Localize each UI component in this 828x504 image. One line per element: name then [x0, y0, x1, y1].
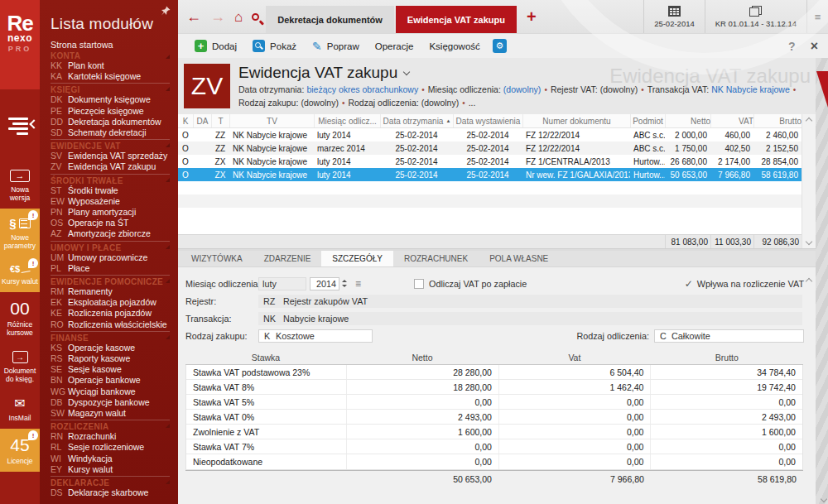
sidebar-item-sd[interactable]: SD Schematy dekretacji — [51, 127, 178, 138]
grid-column-header[interactable]: T — [211, 114, 229, 127]
sidebar-item-rm[interactable]: RM Remanenty — [51, 286, 178, 297]
grid-column-header[interactable]: Data wystawienia — [453, 114, 522, 127]
sidebar-item-bn[interactable]: BN Operacje bankowe — [51, 375, 178, 386]
grid-cell[interactable]: ABC s.c... — [630, 142, 665, 155]
home-icon[interactable]: ⌂ — [234, 10, 243, 24]
purchase-type-field[interactable]: K Kosztowe — [258, 329, 373, 343]
sidebar-item-ks[interactable]: KS Operacje kasowe — [51, 343, 178, 353]
filter-value[interactable]: bieżący okres obrachunkowy — [306, 84, 418, 94]
add-button[interactable]: + Dodaj — [188, 37, 243, 55]
month-input[interactable]: luty — [258, 277, 306, 290]
grid-cell[interactable]: 25-02-2014 — [380, 128, 453, 142]
modules-menu-button[interactable] — [0, 89, 40, 162]
grid-cell[interactable]: O — [178, 155, 193, 168]
sidebar-item-rs[interactable]: RS Raporty kasowe — [51, 353, 178, 364]
grid-cell[interactable]: marzec 2014 — [314, 142, 380, 155]
grid-cell[interactable]: 2 460,00 — [753, 128, 802, 142]
grid-cell[interactable]: 25-02-2014 — [453, 155, 522, 168]
grid-cell[interactable] — [193, 155, 211, 168]
document-tab[interactable]: Ewidencja VAT zakupu — [396, 6, 517, 33]
detail-tab-3[interactable]: SZCZEGÓŁY — [321, 251, 393, 266]
view-title-dropdown[interactable]: Ewidencja VAT zakupu — [238, 64, 799, 82]
grid-cell[interactable]: NK Nabycie krajowe — [229, 168, 314, 181]
detail-tab-1[interactable]: WIZYTÓWKA — [181, 251, 253, 266]
close-button[interactable]: × — [811, 39, 818, 54]
pin-icon[interactable] — [161, 6, 171, 16]
sidebar-item-ke[interactable]: KE Rozliczenia pojazdów — [51, 308, 178, 319]
grid-scrollbar[interactable] — [802, 114, 816, 248]
document-tab[interactable]: Dekretacja dokumentów — [266, 6, 394, 33]
year-input[interactable]: 2014 — [310, 277, 339, 290]
grid-cell[interactable]: 26 680,00 — [665, 155, 710, 168]
grid-cell[interactable]: Nr wew. FZ 1/GALAXIA/2013 — [522, 168, 630, 181]
grid-cell[interactable]: O — [178, 142, 193, 155]
grid-row[interactable]: OZXNK Nabycie krajoweluty 201425-02-2014… — [178, 168, 802, 181]
sidebar-item-wi[interactable]: WI Windykacja — [51, 454, 178, 464]
sidebar-section-header[interactable]: KONTA — [51, 51, 170, 60]
grid-row[interactable]: OZZNK Nabycie krajoweluty 201425-02-2014… — [178, 128, 802, 142]
grid-row-empty[interactable] — [178, 194, 802, 208]
scroll-down-icon[interactable] — [806, 238, 812, 245]
filter-value[interactable]: (dowolny) — [600, 84, 638, 94]
sidebar-section-header[interactable]: EWIDENCJE POMOCNICZE — [51, 275, 170, 286]
grid-cell[interactable]: 2 152,50 — [753, 142, 802, 155]
grid-cell[interactable]: 402,50 — [710, 142, 753, 155]
grid-cell[interactable]: FZ 12/22/2014 — [522, 142, 630, 155]
stepper-down-icon[interactable] — [342, 285, 347, 287]
grid-cell[interactable] — [193, 128, 211, 142]
grid-column-header[interactable]: Data otrzymania▲ — [380, 114, 453, 127]
grid-cell[interactable]: 25-02-2014 — [380, 168, 453, 181]
grid-cell[interactable]: 58 619,80 — [753, 168, 802, 181]
forward-icon[interactable]: → — [210, 9, 225, 24]
grid-cell[interactable]: 28 854,00 — [753, 155, 802, 168]
sidebar-section-header[interactable]: ŚRODKI TRWAŁE — [51, 174, 170, 185]
grid-column-header[interactable]: Podmiot — [630, 114, 665, 127]
rail-item-nowa-wersja[interactable]: → Nowa wersja — [0, 162, 40, 209]
grid-column-header[interactable]: Miesiąc odlicz... — [314, 114, 380, 127]
scroll-up-icon[interactable] — [806, 118, 812, 124]
sidebar-item-os[interactable]: OS Operacje na ŚT — [51, 218, 178, 228]
sidebar-section-header[interactable]: KSIĘGI — [51, 83, 170, 94]
detail-scroll-up-icon[interactable] — [806, 278, 812, 285]
grid-cell[interactable]: NK Nabycie krajowe — [229, 142, 314, 155]
show-button[interactable]: Pokaż — [246, 37, 303, 55]
deduct-after-payment-checkbox[interactable] — [414, 279, 424, 289]
grid-cell[interactable]: ZX — [211, 168, 229, 181]
grid-cell[interactable]: 25-02-2014 — [380, 142, 453, 155]
sidebar-item-db[interactable]: DB Dyspozycje bankowe — [51, 397, 178, 408]
sidebar-item-pn[interactable]: PN Plany amortyzacji — [51, 207, 178, 218]
register-field[interactable]: RZ Rejestr zakupów VAT — [258, 295, 802, 308]
rail-item-licencje[interactable]: ! 45 Licencje — [0, 429, 40, 472]
filter-value[interactable]: (dowolny) — [301, 98, 339, 108]
sidebar-item-wg[interactable]: WG Wyciągi bankowe — [51, 386, 178, 397]
grid-cell[interactable]: Hurtow... — [630, 168, 665, 181]
detail-tab-4[interactable]: ROZRACHUNEK — [393, 251, 479, 266]
grid-cell[interactable]: O — [178, 128, 193, 142]
rail-item-roznice-kursowe[interactable]: 00 Różnice kursowe — [0, 292, 40, 343]
grid-cell[interactable]: ABC s.c... — [630, 128, 665, 142]
filter-value[interactable]: NK Nabycie krajowe — [711, 84, 790, 94]
sidebar-item-pe[interactable]: PE Pieczęcie księgowe — [51, 106, 178, 117]
sidebar-item-kk[interactable]: KK Plan kont — [51, 60, 178, 71]
sidebar-section-header[interactable]: EWIDENCJE VAT — [51, 139, 170, 151]
grid-cell[interactable]: Hurtow... — [630, 155, 665, 168]
grid-column-header[interactable]: Brutto — [753, 114, 802, 127]
back-icon[interactable]: ← — [186, 9, 201, 24]
filter-value[interactable]: (dowolny) — [421, 98, 460, 108]
detail-tab-5[interactable]: POLA WŁASNE — [479, 251, 559, 266]
operations-button[interactable]: Operacje — [368, 39, 421, 54]
grid-cell[interactable]: luty 2014 — [314, 155, 380, 168]
sidebar-item-um[interactable]: UM Umowy pracownicze — [51, 252, 178, 263]
rail-item-nowe-parametry[interactable]: ! § Nowe parametry — [0, 209, 40, 257]
deduction-type-field[interactable]: C Całkowite — [654, 329, 804, 343]
sidebar-section-header[interactable]: ROZLICZENIA — [51, 420, 170, 431]
accounting-button[interactable]: Księgowość — [422, 39, 486, 54]
grid-cell[interactable]: 460,00 — [710, 128, 753, 142]
sidebar-item-ro[interactable]: RO Rozliczenia właścicielskie — [51, 319, 178, 330]
rail-item-insmail[interactable]: ✉ InsMail — [0, 390, 40, 429]
sidebar-section-header[interactable]: DEKLARACJE — [51, 476, 170, 487]
detail-tab-2[interactable]: ZDARZENIE — [253, 251, 322, 266]
sidebar-item-ey[interactable]: EY Kursy walut — [51, 464, 178, 475]
grid-cell[interactable]: luty 2014 — [314, 128, 380, 142]
grid-cell[interactable]: NK Nabycie krajowe — [229, 155, 314, 168]
